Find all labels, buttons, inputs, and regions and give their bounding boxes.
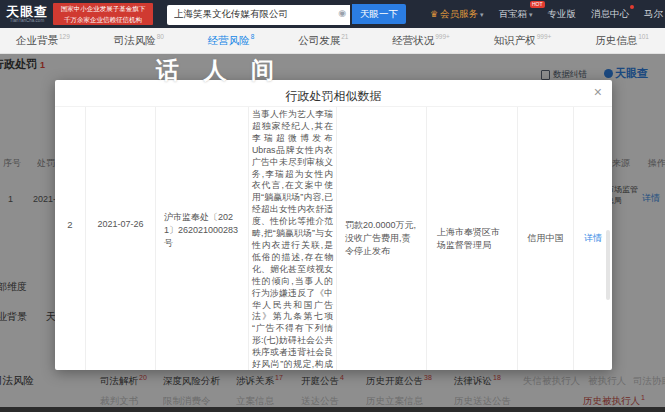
treasure-box-menu[interactable]: HOT百宝箱▾ [498, 8, 532, 21]
chevron-down-icon: ▾ [480, 11, 484, 18]
app-window: 天眼查 TianYanCha.com 国家中小企业发展子基金旗下 千万余家企业信… [0, 0, 665, 412]
modal-title: 行政处罚相似数据 [55, 80, 612, 105]
pro-version-link[interactable]: 专业版 [548, 8, 577, 21]
search-input[interactable] [167, 5, 350, 25]
promo-line1: 国家中小企业发展子基金旗下 [53, 3, 153, 14]
close-icon[interactable]: × [594, 85, 602, 99]
caption-overlay: 话 人 间 [156, 55, 283, 86]
search-button[interactable]: 天眼一下 [352, 4, 406, 24]
logo-text: 天眼查 [6, 5, 48, 18]
tab-history-info[interactable]: 历史信息101 [595, 33, 649, 48]
cell-row-number: 2 [55, 107, 85, 370]
top-navbar: 天眼查 TianYanCha.com 国家中小企业发展子基金旗下 千万余家企业信… [0, 0, 665, 28]
detail-link[interactable]: 详情 [584, 232, 602, 245]
crown-icon: ♛ [430, 9, 438, 19]
penalty-table-row: 2 2021-07-26 沪市监奉处〔2021〕262021000283号 当事… [55, 106, 612, 370]
promo-banner[interactable]: 国家中小企业发展子基金旗下 千万余家企业信赖征信机构 [53, 3, 153, 25]
tab-company-development[interactable]: 公司发展21 [298, 33, 348, 48]
tab-operation-status[interactable]: 经营状况999+ [392, 33, 450, 48]
cell-penalty-date: 2021-07-26 [85, 107, 155, 370]
modal-scrollbar[interactable] [606, 230, 610, 300]
hot-badge: HOT [530, 1, 545, 8]
company-tabbar: 企业背景129 司法风险80 经营风险8 公司发展21 经营状况999+ 知识产… [0, 28, 665, 54]
notification-dot-icon [630, 5, 634, 9]
camera-icon[interactable]: ◉ [338, 8, 346, 18]
tab-company-background[interactable]: 企业背景129 [16, 33, 70, 48]
tab-intellectual-property[interactable]: 知识产权999+ [494, 33, 552, 48]
cell-document-number: 沪市监奉处〔2021〕262021000283号 [155, 107, 248, 370]
logo-subtext: TianYanCha.com [6, 19, 48, 24]
username-link[interactable]: 马尔 [644, 8, 663, 21]
tab-judicial-risk[interactable]: 司法风险80 [114, 33, 164, 48]
cell-source: 信用中国 [517, 107, 573, 370]
message-center-link[interactable]: 消息中心 [591, 8, 629, 21]
vip-service-menu[interactable]: ♛会员服务▾ [430, 8, 484, 21]
cell-penalty-authority: 上海市奉贤区市场监督管理局 [426, 107, 517, 370]
penalty-similar-data-modal: 行政处罚相似数据 × 2 2021-07-26 沪市监奉处〔2021〕26202… [55, 80, 612, 370]
chevron-down-icon: ▾ [529, 11, 533, 18]
cell-penalty-result: 罚款20.0000万元,没收广告费用,责令停止发布 [336, 107, 426, 370]
tianyancha-logo[interactable]: 天眼查 TianYanCha.com [6, 5, 48, 24]
topnav-menu: ♛会员服务▾ HOT百宝箱▾ 专业版 消息中心 马尔 [430, 8, 665, 21]
cell-penalty-reason: 当事人作为艺人李瑞超独家经纪人,其在李瑞超微博发布Ubras品牌女性内衣广告中未… [248, 107, 336, 370]
tab-operation-risk[interactable]: 经营风险8 [208, 33, 255, 48]
promo-line2: 千万余家企业信赖征信机构 [53, 14, 153, 25]
